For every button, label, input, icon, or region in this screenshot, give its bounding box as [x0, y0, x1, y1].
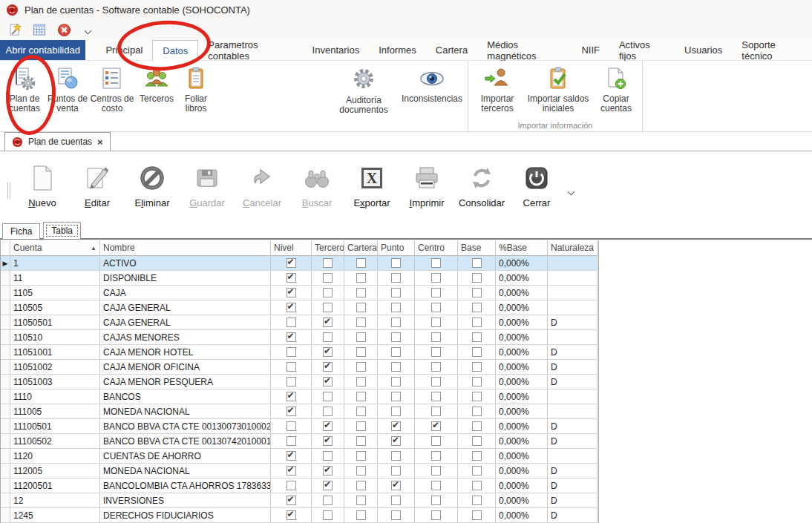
nivel-checkbox[interactable]: [287, 288, 296, 297]
grid-row-110505[interactable]: 110505CAJA GENERAL0,000%: [1, 300, 598, 315]
nivel-checkbox[interactable]: [287, 347, 296, 357]
base-checkbox[interactable]: [472, 377, 482, 387]
cartera-checkbox[interactable]: [356, 421, 366, 431]
grid-row-11051002[interactable]: 11051002CAJA MENOR OFICINA0,000%D: [1, 360, 598, 375]
base-checkbox[interactable]: [472, 362, 482, 372]
grid-cell-pbase[interactable]: 0,000%: [496, 389, 548, 404]
grid-cell-naturaleza[interactable]: D: [548, 493, 597, 508]
row-selector[interactable]: [1, 478, 10, 493]
punto-checkbox[interactable]: [391, 407, 401, 416]
row-selector[interactable]: [1, 404, 10, 419]
nivel-checkbox[interactable]: [287, 466, 296, 476]
grid-row-12[interactable]: 12INVERSIONES0,000%D: [1, 493, 598, 508]
centro-checkbox[interactable]: [431, 347, 441, 357]
ribbon-tab-informes[interactable]: Informes: [369, 40, 426, 60]
centro-checkbox[interactable]: [431, 510, 441, 520]
grid-cell-pbase[interactable]: 0,000%: [496, 315, 548, 330]
imprimir-button[interactable]: Imprimir: [399, 151, 454, 208]
grid-header-cuenta[interactable]: Cuenta▲: [10, 240, 100, 256]
nivel-checkbox[interactable]: [287, 258, 296, 268]
consolidar-button[interactable]: Consolidar: [454, 151, 509, 208]
grid-header-nombre[interactable]: Nombre: [100, 240, 271, 256]
grid-cell-naturaleza[interactable]: D: [548, 419, 597, 434]
centro-checkbox[interactable]: [431, 392, 441, 401]
grid-cell-nombre[interactable]: CAJAS MENORES: [100, 330, 271, 345]
grid-cell-naturaleza[interactable]: D: [548, 464, 597, 478]
cartera-checkbox[interactable]: [356, 258, 366, 268]
tercero-checkbox[interactable]: [323, 258, 333, 268]
eliminar-button[interactable]: Eliminar: [125, 151, 180, 208]
accounts-grid[interactable]: Cuenta▲NombreNivelTerceroCarteraPuntoCen…: [0, 240, 599, 523]
grid-cell-pbase[interactable]: 0,000%: [496, 419, 548, 434]
tercero-checkbox[interactable]: [323, 436, 333, 446]
tercero-checkbox[interactable]: [323, 273, 333, 283]
tercero-checkbox[interactable]: [323, 481, 333, 490]
base-checkbox[interactable]: [472, 436, 482, 446]
base-checkbox[interactable]: [472, 273, 482, 283]
grid-cell-pbase[interactable]: 0,000%: [496, 434, 548, 449]
punto-checkbox[interactable]: [391, 496, 401, 505]
cartera-checkbox[interactable]: [356, 481, 366, 490]
centro-checkbox[interactable]: [431, 318, 441, 327]
grid-header-punto[interactable]: Punto: [378, 240, 415, 256]
grid-cell-naturaleza[interactable]: D: [548, 508, 597, 523]
grid-row-11200501[interactable]: 11200501BANCOLOMBIA CTA AHORROS 17836339…: [1, 478, 598, 493]
grid-cell-cuenta[interactable]: 110510: [10, 330, 100, 345]
grid-header-cartera[interactable]: Cartera: [344, 240, 378, 256]
punto-checkbox[interactable]: [391, 421, 401, 431]
centro-checkbox[interactable]: [431, 451, 441, 461]
grid-cell-naturaleza[interactable]: [548, 449, 597, 464]
base-checkbox[interactable]: [472, 510, 482, 520]
cartera-checkbox[interactable]: [356, 466, 366, 476]
row-selector[interactable]: [1, 493, 10, 508]
grid-cell-cuenta[interactable]: 11051002: [10, 360, 100, 375]
ribbon-tab-soporte-técnico[interactable]: Soporte técnico: [732, 40, 812, 60]
buscar-button[interactable]: Buscar: [289, 151, 344, 208]
grid-cell-pbase[interactable]: 0,000%: [496, 478, 548, 493]
cartera-checkbox[interactable]: [356, 451, 366, 461]
guardar-button[interactable]: Guardar: [180, 151, 235, 208]
row-selector[interactable]: [1, 419, 10, 434]
grid-cell-pbase[interactable]: 0,000%: [496, 300, 548, 315]
ribbon-tab-usuarios[interactable]: Usuarios: [675, 40, 732, 60]
grid-row-11100502[interactable]: 11100502BANCO BBVA CTA CTE 0013074201000…: [1, 434, 598, 449]
grid-row-110510[interactable]: 110510CAJAS MENORES0,000%: [1, 330, 598, 345]
nivel-checkbox[interactable]: [287, 303, 296, 312]
grid-row-11100501[interactable]: 11100501BANCO BBVA CTA CTE 0013007301000…: [1, 419, 598, 434]
grid-cell-cuenta[interactable]: 111005: [10, 404, 100, 419]
centros-de-costo-button[interactable]: Centros de costo: [89, 61, 135, 131]
grid-row-1245[interactable]: 1245DERECHOS FIDUCIARIOS0,000%D: [1, 508, 598, 523]
grid-cell-pbase[interactable]: 0,000%: [496, 508, 548, 523]
cerrar-button[interactable]: Cerrar: [509, 151, 564, 208]
row-selector[interactable]: [1, 389, 10, 404]
cartera-checkbox[interactable]: [356, 407, 366, 416]
base-checkbox[interactable]: [472, 392, 482, 401]
nuevo-button[interactable]: Nuevo: [15, 151, 70, 208]
grid-header-tercero[interactable]: Tercero: [312, 240, 344, 256]
grid-cell-naturaleza[interactable]: [548, 330, 597, 345]
row-selector[interactable]: [1, 330, 10, 345]
nivel-checkbox[interactable]: [287, 318, 296, 327]
cartera-checkbox[interactable]: [356, 496, 366, 505]
base-checkbox[interactable]: [472, 407, 482, 416]
grid-cell-nombre[interactable]: CAJA: [100, 286, 271, 300]
grid-cell-naturaleza[interactable]: D: [548, 375, 597, 389]
centro-checkbox[interactable]: [431, 362, 441, 372]
grid-row-1[interactable]: ▶1ACTIVO0,000%: [1, 256, 598, 271]
nivel-checkbox[interactable]: [287, 392, 296, 401]
grid-cell-nombre[interactable]: CAJA GENERAL: [100, 315, 271, 330]
grid-cell-naturaleza[interactable]: D: [548, 345, 597, 360]
grid-cell-pbase[interactable]: 0,000%: [496, 360, 548, 375]
tercero-checkbox[interactable]: [323, 362, 333, 372]
row-selector[interactable]: [1, 508, 10, 523]
toolbar-overflow-icon[interactable]: [81, 22, 96, 37]
cartera-checkbox[interactable]: [356, 332, 366, 342]
base-checkbox[interactable]: [472, 303, 482, 312]
cartera-checkbox[interactable]: [356, 362, 366, 372]
tercero-checkbox[interactable]: [323, 496, 333, 505]
centro-checkbox[interactable]: [431, 407, 441, 416]
grid-cell-nombre[interactable]: ACTIVO: [100, 256, 271, 271]
centro-checkbox[interactable]: [431, 481, 441, 490]
grid-row-11050501[interactable]: 11050501CAJA GENERAL0,000%D: [1, 315, 598, 330]
base-checkbox[interactable]: [472, 496, 482, 505]
